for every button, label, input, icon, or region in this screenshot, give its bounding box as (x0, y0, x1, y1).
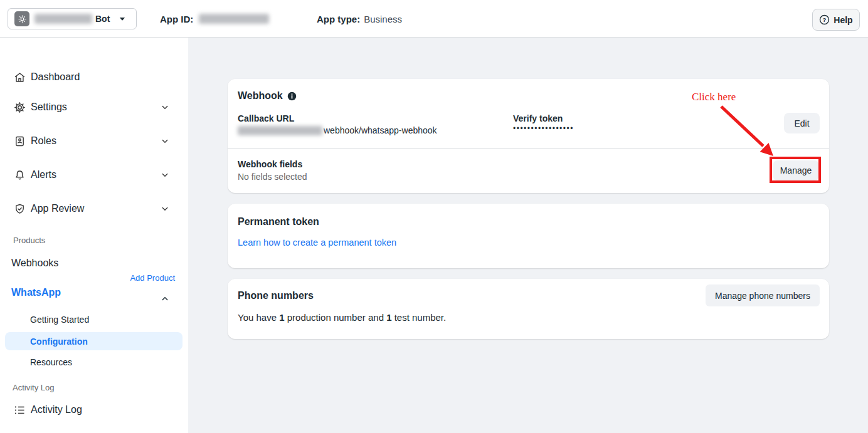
sidebar-item-label: Configuration (30, 336, 88, 347)
summary-text: test number. (391, 312, 446, 323)
edit-button[interactable]: Edit (784, 113, 820, 133)
sidebar: Dashboard Settings Roles (0, 38, 188, 433)
permanent-token-link[interactable]: Learn how to create a permanent token (238, 237, 396, 248)
chevron-down-icon (159, 135, 171, 147)
sidebar-item-webhooks[interactable]: Webhooks (11, 258, 58, 269)
summary-text: production number and (285, 312, 387, 323)
sidebar-item-label: App Review (31, 203, 84, 214)
sidebar-item-activity-log[interactable]: Activity Log (0, 400, 188, 419)
main-content: Configuration Webhook Callback URL webho… (188, 38, 868, 433)
sidebar-item-label: Settings (31, 102, 67, 113)
add-product-link[interactable]: Add Product (130, 273, 175, 283)
sidebar-item-settings[interactable]: Settings (0, 98, 188, 117)
permanent-token-title: Permanent token (238, 216, 319, 227)
sidebar-item-dashboard[interactable]: Dashboard (0, 68, 188, 86)
activity-section-label: Activity Log (13, 383, 54, 392)
sidebar-item-label: Alerts (31, 169, 56, 180)
help-label: Help (834, 15, 852, 25)
webhook-card: Webhook Callback URL webhook/whatsapp-we… (228, 79, 829, 193)
caret-down-icon (118, 14, 127, 23)
gear-icon (13, 101, 26, 114)
id-badge-icon (13, 135, 26, 148)
manage-webhook-fields-button[interactable]: Manage (773, 160, 818, 180)
callback-url-path: webhook/whatsapp-webhook (324, 125, 437, 135)
webhook-card-title: Webhook (238, 90, 283, 102)
question-circle-icon: ? (819, 14, 830, 25)
webhook-fields-label: Webhook fields (238, 159, 302, 169)
phone-numbers-title: Phone numbers (238, 290, 314, 301)
sidebar-item-configuration-selected[interactable]: Configuration (5, 332, 183, 350)
chevron-down-icon (159, 203, 171, 214)
shield-check-icon (13, 202, 26, 216)
chevron-down-icon (159, 102, 171, 113)
sidebar-item-getting-started[interactable]: Getting Started (30, 315, 89, 325)
app-name-redacted (34, 14, 92, 24)
sidebar-item-resources[interactable]: Resources (30, 357, 72, 367)
app-logo-icon (14, 11, 29, 26)
sidebar-item-app-review[interactable]: App Review (0, 199, 188, 218)
chevron-down-icon (159, 169, 171, 180)
callback-url-label: Callback URL (238, 113, 294, 123)
phone-numbers-card: Phone numbers Manage phone numbers You h… (228, 279, 829, 339)
annotation-click-here-text: Click here (692, 91, 736, 103)
sidebar-item-label: Dashboard (31, 71, 80, 83)
app-type-group: App type: Business (317, 0, 402, 38)
list-icon (13, 404, 26, 417)
app-type-value: Business (364, 14, 402, 24)
manage-phone-numbers-button[interactable]: Manage phone numbers (706, 284, 820, 306)
callback-url-value: webhook/whatsapp-webhook (238, 125, 437, 135)
app-selector-dropdown[interactable]: Bot (8, 8, 137, 29)
top-bar: Bot App ID: App type: Business ? Help (0, 0, 868, 38)
callback-url-domain-redacted (238, 126, 322, 135)
sidebar-item-roles[interactable]: Roles (0, 132, 188, 150)
chevron-up-icon (159, 293, 171, 305)
info-icon[interactable] (287, 91, 297, 101)
app-id-group: App ID: (160, 0, 269, 38)
app-type-label: App type: (317, 14, 360, 24)
app-id-redacted (199, 14, 269, 24)
card-divider (228, 148, 829, 149)
bell-icon (13, 169, 26, 182)
sidebar-item-whatsapp[interactable]: WhatsApp (11, 287, 61, 298)
webhook-fields-status: No fields selected (238, 172, 307, 182)
sidebar-item-label: Roles (31, 135, 56, 147)
sidebar-item-label: Activity Log (31, 404, 82, 415)
help-button[interactable]: ? Help (812, 9, 860, 31)
svg-text:?: ? (823, 16, 827, 23)
app-name-suffix: Bot (95, 14, 110, 24)
phone-numbers-summary: You have 1 production number and 1 test … (238, 312, 446, 323)
production-count: 1 (279, 312, 284, 323)
sidebar-item-alerts[interactable]: Alerts (0, 165, 188, 184)
permanent-token-card: Permanent token Learn how to create a pe… (228, 204, 829, 268)
home-icon (13, 71, 26, 84)
app-id-label: App ID: (160, 14, 193, 24)
verify-token-masked: ••••••••••••••••• (513, 124, 574, 133)
summary-text: You have (238, 312, 279, 323)
verify-token-label: Verify token (513, 113, 563, 123)
products-section-label: Products (13, 236, 45, 245)
